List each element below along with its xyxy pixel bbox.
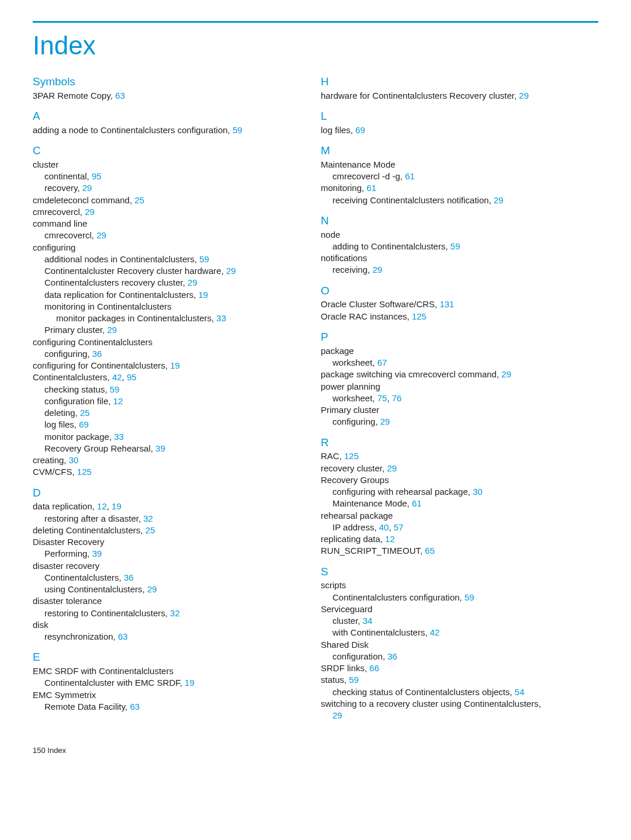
page-link[interactable]: 33 [114, 432, 124, 442]
page-link[interactable]: 59 [110, 384, 120, 394]
page-link[interactable]: 29 [226, 266, 236, 276]
page-link[interactable]: 29 [372, 265, 382, 275]
page-link[interactable]: 63 [118, 631, 128, 641]
index-entry: 3PAR Remote Copy, 63 [33, 90, 310, 102]
page-link[interactable]: 61 [405, 171, 415, 181]
index-entry: data replication for Continentalclusters… [44, 289, 310, 301]
index-entry: RUN_SCRIPT_TIMEOUT, 65 [321, 545, 598, 557]
entry-text: power planning [321, 381, 380, 391]
page-link[interactable]: 33 [216, 313, 226, 323]
index-entry: EMC Symmetrix [33, 689, 310, 701]
index-entry: Continentalcluster with EMC SRDF, 19 [44, 677, 310, 689]
page-link[interactable]: 95 [92, 171, 102, 181]
page-link[interactable]: 57 [394, 522, 404, 532]
entry-text: RUN_SCRIPT_TIMEOUT, [321, 546, 425, 556]
page-link[interactable]: 29 [188, 277, 197, 287]
page-link[interactable]: 131 [439, 299, 454, 309]
page-link[interactable]: 29 [85, 207, 95, 217]
page-link[interactable]: 30 [473, 487, 483, 497]
entry-text: using Continentalclusters, [44, 584, 147, 594]
page-link[interactable]: 65 [425, 546, 435, 556]
index-entry: Recovery Groups [321, 474, 598, 486]
entry-text: log files, [44, 419, 79, 429]
index-entry: configuring [33, 242, 310, 254]
entry-text: Recovery Groups [321, 475, 389, 485]
page-link[interactable]: 25 [145, 525, 155, 535]
page-link[interactable]: 61 [366, 183, 376, 193]
page-link[interactable]: 12 [385, 534, 395, 544]
page-link[interactable]: 29 [494, 195, 504, 205]
index-entry: status, 59 [321, 674, 598, 686]
page-link[interactable]: 12 [97, 501, 107, 511]
page-link[interactable]: 30 [69, 455, 79, 465]
index-entry-page-continuation: 29 [332, 710, 598, 721]
page-link[interactable]: 19 [170, 360, 180, 370]
page-link[interactable]: 69 [79, 419, 89, 429]
page-link[interactable]: 59 [233, 125, 242, 135]
page-link[interactable]: 36 [92, 349, 102, 359]
page-link[interactable]: 63 [115, 91, 125, 100]
entry-text: Continentalclusters recovery cluster, [44, 277, 188, 287]
page-link[interactable]: 19 [198, 290, 208, 300]
index-page: Index Symbols3PAR Remote Copy, 63Aadding… [0, 0, 631, 771]
page-link[interactable]: 29 [96, 230, 106, 240]
page-link[interactable]: 59 [450, 241, 460, 251]
page-link[interactable]: 125 [77, 467, 92, 477]
page-link[interactable]: 54 [515, 687, 525, 697]
entry-text: adding a node to Continentalclusters con… [33, 125, 233, 135]
entry-text: Maintenance Mode [321, 159, 396, 169]
page-link[interactable]: 32 [170, 608, 180, 618]
page-link[interactable]: 63 [130, 702, 140, 711]
section-letter: M [321, 144, 598, 158]
entry-text: monitor packages in Continentalclusters, [56, 313, 216, 323]
page-link[interactable]: 19 [112, 501, 122, 511]
page-link[interactable]: 29 [332, 710, 342, 720]
section-letter: R [321, 436, 598, 450]
page-link[interactable]: 39 [155, 443, 165, 453]
page-link[interactable]: 25 [134, 195, 144, 205]
entry-text: configuring, [332, 416, 380, 426]
page-link[interactable]: 59 [199, 254, 209, 264]
page-link[interactable]: 125 [344, 451, 359, 461]
page-link[interactable]: 29 [380, 416, 390, 426]
page-link[interactable]: 29 [108, 325, 117, 335]
page-link[interactable]: 36 [387, 651, 397, 661]
page-link[interactable]: 42 [112, 372, 122, 382]
index-entry: Continentalclusters, 36 [44, 572, 310, 584]
page-link[interactable]: 25 [80, 408, 90, 418]
page-link[interactable]: 39 [92, 549, 102, 558]
index-entry: Continentalclusters configuration, 59 [332, 592, 598, 603]
page-link[interactable]: 36 [124, 572, 134, 582]
index-entry: adding a node to Continentalclusters con… [33, 124, 310, 136]
page-link[interactable]: 29 [501, 369, 511, 379]
index-entry: Serviceguard [321, 603, 598, 615]
page-link[interactable]: 40 [379, 522, 389, 532]
page-link[interactable]: 75 [377, 393, 387, 403]
page-link[interactable]: 59 [349, 675, 359, 685]
index-entry: Primary cluster [321, 404, 598, 416]
page-link[interactable]: 29 [519, 91, 529, 100]
page-link[interactable]: 34 [363, 616, 373, 626]
page-link[interactable]: 29 [387, 463, 397, 473]
page-link[interactable]: 76 [392, 393, 402, 403]
index-entry: checking status, 59 [44, 384, 310, 395]
page-link[interactable]: 19 [185, 678, 195, 688]
page-link[interactable]: 95 [127, 372, 137, 382]
page-link[interactable]: 69 [355, 125, 365, 135]
page-link[interactable]: 66 [369, 663, 379, 673]
index-entry: using Continentalclusters, 29 [44, 584, 310, 595]
page-link[interactable]: 42 [430, 627, 440, 637]
index-entry: replicating data, 12 [321, 533, 598, 545]
page-link[interactable]: 29 [82, 183, 92, 193]
page-link[interactable]: 12 [113, 396, 123, 406]
page-link[interactable]: 125 [412, 311, 427, 321]
index-entry: cmrecovercl, 29 [33, 206, 310, 218]
page-link[interactable]: 61 [412, 498, 422, 508]
entry-text: configuring Continentalclusters [33, 337, 152, 347]
page-link[interactable]: 67 [377, 357, 387, 367]
page-link[interactable]: 29 [147, 584, 157, 594]
page-link[interactable]: 59 [464, 592, 474, 602]
left-column: Symbols3PAR Remote Copy, 63Aadding a nod… [33, 74, 310, 721]
entry-text: worksheet, [332, 393, 377, 403]
page-link[interactable]: 32 [143, 513, 153, 523]
